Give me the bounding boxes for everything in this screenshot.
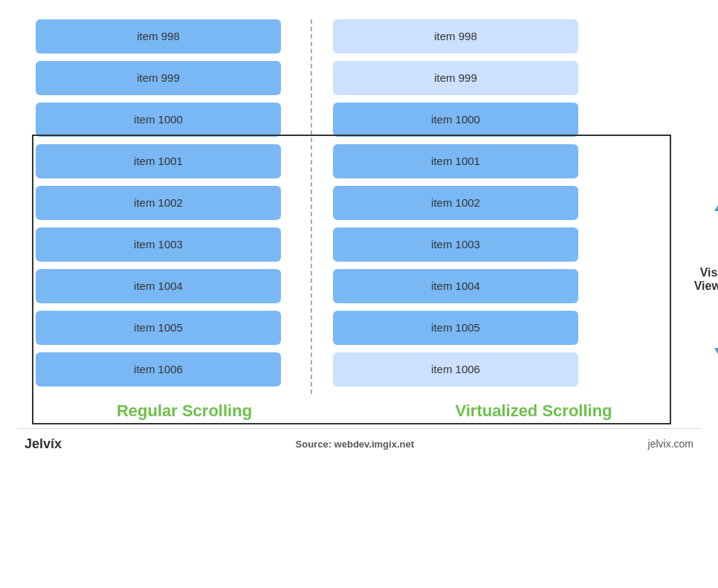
- source-label: Source:: [296, 439, 331, 450]
- item-box-1001-left: item 1001: [36, 144, 281, 178]
- main-container: item 998 item 999 item 1000 item 1001: [17, 19, 701, 569]
- list-item: item 1006: [36, 352, 281, 387]
- list-item: item 1004: [36, 269, 281, 303]
- item-box-999-right: item 999: [333, 61, 578, 95]
- viewport-label: Visible Viewport: [694, 204, 718, 355]
- list-item: item 999: [36, 61, 281, 95]
- item-box-1005-right: item 1005: [333, 311, 578, 345]
- list-item: item 1004: [333, 269, 578, 303]
- item-box-1003-left: item 1003: [36, 227, 281, 262]
- item-box-1002-left: item 1002: [36, 186, 281, 220]
- list-item: item 1005: [36, 311, 281, 345]
- list-item: item 1006: [333, 352, 578, 387]
- viewport-text: Visible Viewport: [694, 266, 718, 293]
- list-item: item 999: [333, 61, 578, 95]
- list-item: item 1002: [36, 186, 281, 220]
- diagram-wrapper: item 998 item 999 item 1000 item 1001: [17, 19, 701, 394]
- list-item: item 1003: [333, 227, 578, 262]
- right-section: item 998 item 999 item 1000 item 1001: [314, 19, 597, 394]
- list-item: item 1003: [36, 227, 281, 262]
- section-divider: [311, 19, 312, 394]
- list-item: item 1000: [36, 103, 281, 137]
- left-section: item 998 item 999 item 1000 item 1001: [17, 19, 300, 394]
- labels-row: Regular Scrolling Virtualized Scrolling: [17, 394, 701, 424]
- list-item: item 1001: [333, 144, 578, 178]
- item-box-1001-right: item 1001: [333, 144, 578, 178]
- item-box-1004-right: item 1004: [333, 269, 578, 303]
- item-box-999-left: item 999: [36, 61, 281, 95]
- regular-scrolling-label: Regular Scrolling: [43, 401, 326, 421]
- item-box-1003-right: item 1003: [333, 227, 578, 262]
- item-box-1002-right: item 1002: [333, 186, 578, 220]
- arrow-down-icon: [714, 348, 718, 355]
- brand-logo: Jelvíx: [25, 436, 62, 452]
- item-box-1006-left: item 1006: [36, 352, 281, 387]
- item-box-1000-right: item 1000: [333, 103, 578, 137]
- list-item: item 1000: [333, 103, 578, 137]
- item-box-1000-left: item 1000: [36, 103, 281, 137]
- source-credit: Source: webdev.imgix.net: [296, 439, 414, 450]
- footer: Jelvíx Source: webdev.imgix.net jelvix.c…: [17, 428, 701, 452]
- site-url: jelvix.com: [648, 438, 693, 450]
- item-box-1004-left: item 1004: [36, 269, 281, 303]
- list-item: item 998: [333, 19, 578, 54]
- source-url: webdev.imgix.net: [334, 439, 414, 450]
- item-box-998-right: item 998: [333, 19, 578, 54]
- arrow-up-icon: [714, 204, 718, 211]
- list-item: item 1002: [333, 186, 578, 220]
- item-box-998-left: item 998: [36, 19, 281, 54]
- list-item: item 1005: [333, 311, 578, 345]
- list-item: item 998: [36, 19, 281, 54]
- virtualized-scrolling-label: Virtualized Scrolling: [392, 401, 675, 421]
- list-item: item 1001: [36, 144, 281, 178]
- item-box-1005-left: item 1005: [36, 311, 281, 345]
- item-box-1006-right: item 1006: [333, 352, 578, 387]
